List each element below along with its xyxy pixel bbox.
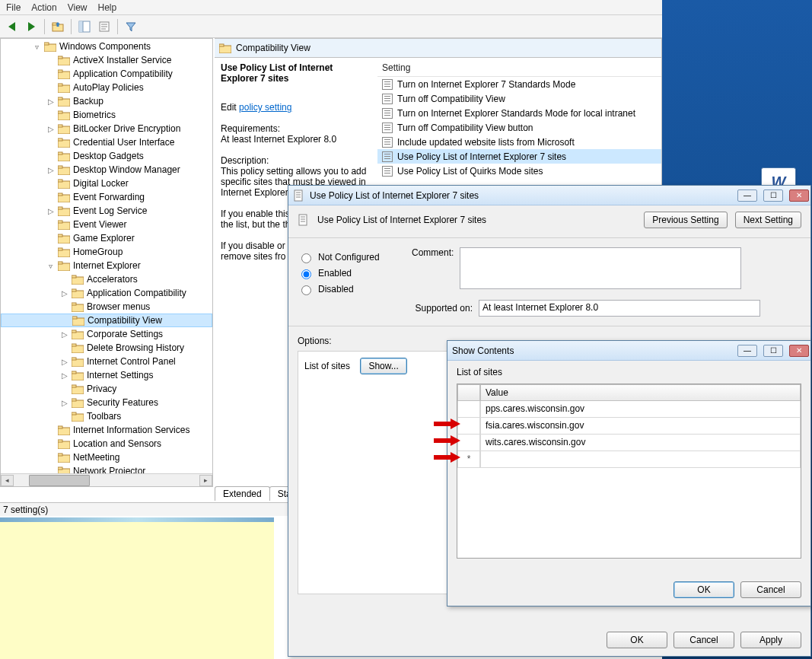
setting-item[interactable]: Turn on Internet Explorer 7 Standards Mo… xyxy=(377,77,661,91)
tree-item[interactable]: Internet Information Services xyxy=(1,423,212,437)
radio-disabled[interactable]: Disabled xyxy=(298,283,396,295)
tree-item[interactable]: ▿Windows Components xyxy=(1,40,212,53)
up-level-button[interactable] xyxy=(49,18,66,35)
maximize-button[interactable]: ☐ xyxy=(763,189,783,202)
comment-field[interactable] xyxy=(460,247,741,289)
tree-item[interactable]: Delete Browsing History xyxy=(1,341,212,355)
tree-item[interactable]: AutoPlay Policies xyxy=(1,81,212,94)
policy-apply-button[interactable]: Apply xyxy=(740,632,801,648)
setting-item[interactable]: Use Policy List of Quirks Mode sites xyxy=(377,164,661,178)
tree-item[interactable]: ActiveX Installer Service xyxy=(1,53,212,67)
menu-action[interactable]: Action xyxy=(31,2,56,13)
setting-item[interactable]: Turn on Internet Explorer Standards Mode… xyxy=(377,106,661,120)
settings-list-pane: Setting Turn on Internet Explorer 7 Stan… xyxy=(377,58,661,180)
menu-file[interactable]: File xyxy=(6,2,21,13)
tab-extended[interactable]: Extended xyxy=(215,486,270,501)
toolbar xyxy=(0,15,662,38)
sc-list-label: List of sites xyxy=(457,367,801,377)
settings-column-header[interactable]: Setting xyxy=(377,59,661,77)
setting-item[interactable]: Use Policy List of Internet Explorer 7 s… xyxy=(377,149,661,164)
tree-item[interactable]: ▷Security Features xyxy=(1,396,212,409)
radio-not-configured[interactable]: Not Configured xyxy=(298,251,396,263)
scroll-right-button[interactable]: ▸ xyxy=(199,475,212,486)
tree-item[interactable]: Compatibility View xyxy=(1,314,212,327)
policy-dialog-titlebar[interactable]: Use Policy List of Internet Explorer 7 s… xyxy=(288,186,810,205)
setting-item[interactable]: Turn off Compatibility View xyxy=(377,91,661,106)
tree-item[interactable]: ▿Internet Explorer xyxy=(1,259,212,272)
svg-rect-28 xyxy=(58,166,62,168)
sites-grid[interactable]: Value pps.cares.wisconsin.govfsia.cares.… xyxy=(457,384,801,559)
minimize-button[interactable]: — xyxy=(737,189,757,202)
svg-rect-36 xyxy=(58,221,62,223)
svg-rect-70 xyxy=(58,454,62,456)
policy-icon xyxy=(382,166,393,177)
show-button[interactable]: Show... xyxy=(360,358,406,374)
tree-item[interactable]: Game Explorer xyxy=(1,231,212,245)
tree-item[interactable]: ▷Application Compatibility xyxy=(1,286,212,300)
radio-enabled[interactable]: Enabled xyxy=(298,267,396,279)
grid-row[interactable]: pps.cares.wisconsin.gov xyxy=(457,401,801,418)
tree-item[interactable]: ▷Backup xyxy=(1,94,212,108)
properties-button[interactable] xyxy=(96,18,113,35)
sc-ok-button[interactable]: OK xyxy=(673,581,734,598)
tree-item[interactable]: Accelerators xyxy=(1,272,212,286)
sticky-note[interactable] xyxy=(0,517,274,659)
svg-rect-24 xyxy=(58,138,62,141)
menu-help[interactable]: Help xyxy=(98,2,117,13)
grid-new-row[interactable]: * xyxy=(457,451,801,468)
tree-item[interactable]: ▷Corporate Settings xyxy=(1,327,212,341)
show-hide-tree-button[interactable] xyxy=(76,18,93,35)
menu-view[interactable]: View xyxy=(68,2,88,13)
policy-cancel-button[interactable]: Cancel xyxy=(673,632,734,648)
svg-rect-14 xyxy=(58,70,62,72)
edit-policy-link[interactable]: policy setting xyxy=(239,102,291,113)
scroll-thumb[interactable] xyxy=(29,475,90,486)
previous-setting-button[interactable]: Previous Setting xyxy=(644,212,727,228)
tree-item[interactable]: Event Viewer xyxy=(1,218,212,231)
tree-item[interactable]: ▷Event Log Service xyxy=(1,204,212,218)
policy-icon xyxy=(382,94,393,104)
tree-item[interactable]: Digital Locker xyxy=(1,177,212,190)
tree-item[interactable]: HomeGroup xyxy=(1,245,212,259)
sc-cancel-button[interactable]: Cancel xyxy=(740,581,801,598)
next-setting-button[interactable]: Next Setting xyxy=(735,212,801,228)
setting-item[interactable]: Turn off Compatibility View button xyxy=(377,120,661,135)
grid-value-header[interactable]: Value xyxy=(480,384,801,401)
tree-item[interactable]: ▷Desktop Window Manager xyxy=(1,163,212,177)
nav-tree[interactable]: ▿Windows ComponentsActiveX Installer Ser… xyxy=(0,38,213,487)
tree-item[interactable]: Biometrics xyxy=(1,108,212,122)
show-contents-title: Show Contents xyxy=(452,345,514,356)
setting-item[interactable]: Include updated website lists from Micro… xyxy=(377,135,661,149)
tree-item[interactable]: NetMeeting xyxy=(1,450,212,464)
policy-ok-button[interactable]: OK xyxy=(607,632,667,648)
tree-item[interactable]: Privacy xyxy=(1,382,212,396)
tree-item[interactable]: Desktop Gadgets xyxy=(1,149,212,163)
svg-rect-12 xyxy=(58,56,62,59)
tree-item[interactable]: Event Forwarding xyxy=(1,190,212,204)
back-button[interactable] xyxy=(3,18,20,35)
tree-horizontal-scrollbar[interactable]: ◂ ▸ xyxy=(1,473,212,486)
forward-button[interactable] xyxy=(23,18,40,35)
sc-close-button[interactable]: ✕ xyxy=(789,345,809,357)
sc-minimize-button[interactable]: — xyxy=(737,345,757,357)
filter-button[interactable] xyxy=(123,18,139,35)
tree-item[interactable]: Toolbars xyxy=(1,409,212,423)
tree-item[interactable]: Location and Sensors xyxy=(1,437,212,450)
sc-maximize-button[interactable]: ☐ xyxy=(763,345,783,357)
show-contents-titlebar[interactable]: Show Contents — ☐ ✕ xyxy=(447,341,810,361)
svg-rect-52 xyxy=(72,330,76,333)
tree-item[interactable]: ▷BitLocker Drive Encryption xyxy=(1,122,212,135)
svg-rect-10 xyxy=(44,43,49,45)
grid-row[interactable]: wits.cares.wisconsin.gov xyxy=(457,435,801,451)
svg-rect-68 xyxy=(58,440,62,442)
tree-item[interactable]: ▷Internet Control Panel xyxy=(1,355,212,368)
tree-item[interactable]: Credential User Interface xyxy=(1,135,212,149)
grid-row[interactable]: fsia.cares.wisconsin.gov xyxy=(457,418,801,435)
scroll-left-button[interactable]: ◂ xyxy=(1,475,14,486)
tree-item[interactable]: Browser menus xyxy=(1,300,212,314)
tree-item[interactable]: ▷Internet Settings xyxy=(1,368,212,382)
tree-item[interactable]: Application Compatibility xyxy=(1,67,212,81)
svg-rect-34 xyxy=(58,207,62,209)
close-button[interactable]: ✕ xyxy=(789,189,809,202)
policy-heading: Use Policy List of Internet Explorer 7 s… xyxy=(317,215,486,225)
